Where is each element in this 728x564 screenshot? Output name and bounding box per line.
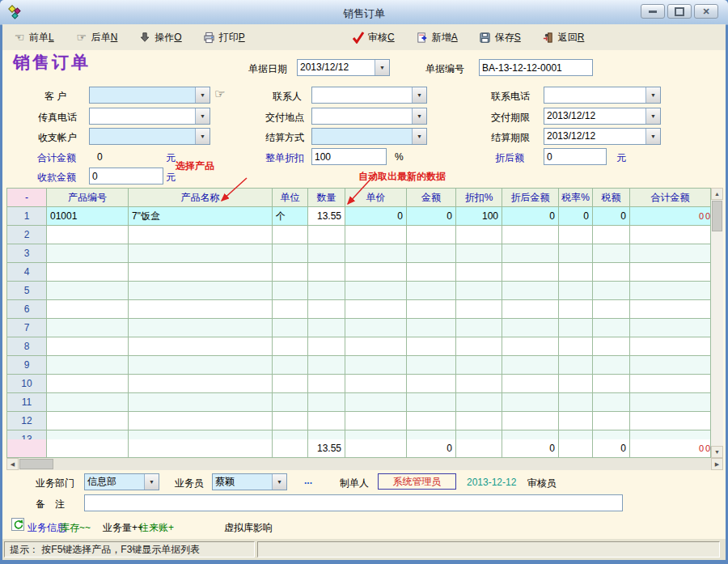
table-cell[interactable] bbox=[273, 226, 308, 244]
return-button[interactable]: 返回R bbox=[542, 31, 585, 45]
column-header[interactable]: 税率% bbox=[559, 189, 593, 207]
save-button[interactable]: 保存S bbox=[479, 31, 521, 45]
table-cell[interactable] bbox=[456, 337, 502, 356]
add-new-button[interactable]: 新增A bbox=[416, 31, 458, 45]
column-header[interactable]: 产品名称 bbox=[129, 189, 273, 207]
table-cell[interactable] bbox=[407, 244, 456, 263]
table-cell[interactable] bbox=[273, 393, 308, 412]
chevron-down-icon[interactable]: ▼ bbox=[645, 87, 660, 103]
table-cell[interactable] bbox=[47, 412, 129, 430]
table-cell[interactable] bbox=[593, 430, 630, 439]
row-number-cell[interactable]: 9 bbox=[7, 356, 47, 375]
table-cell[interactable] bbox=[273, 356, 308, 375]
table-cell[interactable] bbox=[129, 375, 273, 393]
column-header[interactable]: 合计金额 bbox=[630, 189, 711, 207]
print-button[interactable]: 打印P bbox=[203, 31, 245, 45]
table-cell[interactable] bbox=[407, 356, 456, 375]
pick-customer-hand-icon[interactable]: ☞ bbox=[214, 87, 225, 101]
chevron-down-icon[interactable]: ▼ bbox=[195, 87, 210, 103]
table-cell[interactable] bbox=[308, 226, 345, 244]
table-cell[interactable] bbox=[345, 226, 407, 244]
table-cell[interactable] bbox=[593, 337, 630, 356]
table-row[interactable]: 6 bbox=[7, 300, 711, 319]
table-cell[interactable] bbox=[630, 226, 711, 244]
column-header[interactable]: 数量 bbox=[308, 189, 345, 207]
next-order-button[interactable]: ☞ 后单N bbox=[75, 31, 118, 45]
prev-order-button[interactable]: ☜ 前单L bbox=[13, 31, 54, 45]
table-cell[interactable] bbox=[456, 244, 502, 263]
table-cell[interactable] bbox=[502, 375, 559, 393]
column-header[interactable]: 税额 bbox=[593, 189, 630, 207]
table-cell[interactable] bbox=[407, 393, 456, 412]
table-cell[interactable] bbox=[593, 375, 630, 393]
table-cell[interactable] bbox=[502, 319, 559, 337]
doc-no-input[interactable] bbox=[479, 59, 593, 76]
table-cell[interactable] bbox=[129, 226, 273, 244]
table-row[interactable]: 12 bbox=[7, 412, 711, 430]
table-cell[interactable] bbox=[407, 337, 456, 356]
table-cell[interactable] bbox=[407, 375, 456, 393]
table-cell[interactable] bbox=[456, 375, 502, 393]
table-cell[interactable] bbox=[559, 282, 593, 300]
operation-button[interactable]: 操作O bbox=[138, 31, 181, 45]
table-cell[interactable] bbox=[308, 319, 345, 337]
table-cell[interactable] bbox=[345, 356, 407, 375]
delivery-place-combo[interactable]: ▼ bbox=[311, 108, 427, 125]
minimize-button[interactable] bbox=[641, 4, 665, 19]
row-number-cell[interactable]: 5 bbox=[7, 282, 47, 300]
row-number-cell[interactable]: 6 bbox=[7, 300, 47, 319]
table-cell[interactable] bbox=[630, 375, 711, 393]
received-input[interactable] bbox=[89, 168, 163, 184]
vertical-scroll-thumb[interactable] bbox=[712, 201, 722, 231]
table-cell[interactable] bbox=[456, 226, 502, 244]
row-number-cell[interactable]: 1 bbox=[7, 207, 47, 226]
table-cell[interactable] bbox=[308, 244, 345, 263]
table-cell[interactable] bbox=[630, 244, 711, 263]
table-row[interactable]: 4 bbox=[7, 263, 711, 282]
contact-combo[interactable]: ▼ bbox=[311, 87, 427, 104]
row-number-cell[interactable]: 8 bbox=[7, 337, 47, 356]
table-cell[interactable] bbox=[47, 356, 129, 375]
horizontal-scrollbar[interactable]: ◀ ▶ bbox=[6, 458, 723, 470]
close-button[interactable]: ✕ bbox=[694, 4, 718, 19]
table-cell[interactable] bbox=[593, 356, 630, 375]
table-cell[interactable] bbox=[456, 319, 502, 337]
table-cell[interactable] bbox=[345, 375, 407, 393]
table-cell[interactable] bbox=[559, 375, 593, 393]
chevron-down-icon[interactable]: ▼ bbox=[645, 108, 660, 124]
table-cell[interactable] bbox=[502, 337, 559, 356]
table-cell[interactable] bbox=[308, 430, 345, 439]
table-cell[interactable] bbox=[129, 412, 273, 430]
doc-date-combo[interactable]: 2013/12/12▼ bbox=[297, 59, 390, 76]
table-cell[interactable]: 7"饭盒 bbox=[129, 207, 273, 226]
table-cell[interactable] bbox=[345, 319, 407, 337]
column-header[interactable]: 折扣% bbox=[456, 189, 502, 207]
table-cell[interactable] bbox=[308, 263, 345, 282]
table-cell[interactable] bbox=[407, 412, 456, 430]
table-cell[interactable] bbox=[502, 430, 559, 439]
refresh-icon[interactable] bbox=[11, 518, 24, 531]
row-number-cell[interactable]: 3 bbox=[7, 244, 47, 263]
table-row[interactable]: 10 bbox=[7, 375, 711, 393]
table-cell[interactable] bbox=[407, 430, 456, 439]
table-cell[interactable] bbox=[456, 430, 502, 439]
scroll-up-icon[interactable]: ▲ bbox=[711, 188, 723, 200]
more-button[interactable]: ... bbox=[304, 475, 312, 486]
fax-combo[interactable]: ▼ bbox=[89, 108, 210, 125]
table-cell[interactable] bbox=[407, 282, 456, 300]
table-cell[interactable] bbox=[345, 300, 407, 319]
table-cell[interactable] bbox=[593, 226, 630, 244]
title-bar[interactable]: 销售订单 ✕ bbox=[0, 0, 728, 25]
table-cell[interactable] bbox=[273, 300, 308, 319]
chevron-down-icon[interactable]: ▼ bbox=[645, 129, 660, 144]
table-cell[interactable] bbox=[129, 356, 273, 375]
table-cell[interactable] bbox=[593, 300, 630, 319]
table-row[interactable]: 8 bbox=[7, 337, 711, 356]
table-row[interactable]: 11 bbox=[7, 393, 711, 412]
row-number-cell[interactable]: 10 bbox=[7, 375, 47, 393]
table-cell[interactable]: 13.55 bbox=[308, 207, 345, 226]
row-number-cell[interactable]: 11 bbox=[7, 393, 47, 412]
table-cell[interactable] bbox=[502, 282, 559, 300]
table-cell[interactable]: 0 bbox=[593, 207, 630, 226]
table-cell[interactable] bbox=[345, 244, 407, 263]
